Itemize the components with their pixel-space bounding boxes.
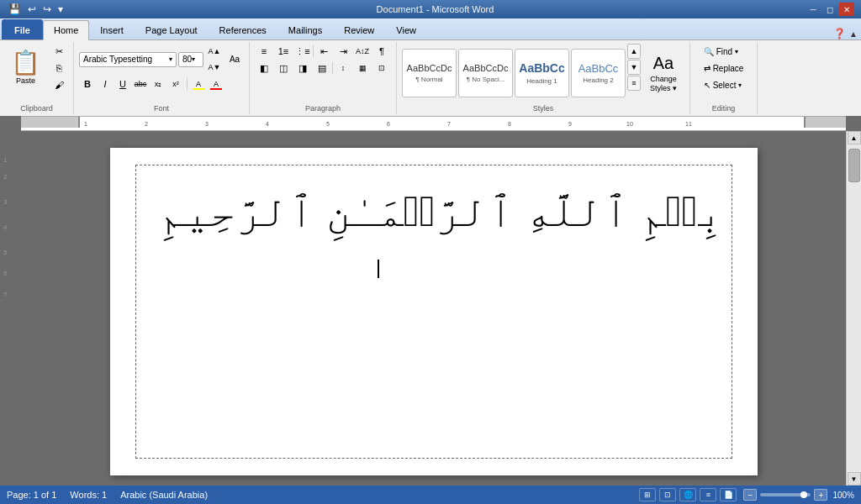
style-heading1-preview: AaBbCc bbox=[519, 61, 564, 76]
words-status: Words: 1 bbox=[70, 490, 107, 500]
font-size-arrow: ▾ bbox=[192, 55, 195, 63]
style-heading2-preview: AaBbCc bbox=[578, 62, 619, 76]
zoom-in-button[interactable]: + bbox=[814, 489, 827, 501]
ruler-right bbox=[846, 116, 861, 131]
font-dropdown-arrow: ▾ bbox=[169, 55, 172, 63]
underline-button[interactable]: U bbox=[114, 76, 131, 92]
select-icon: ↖ bbox=[704, 81, 710, 90]
close-button[interactable]: ✕ bbox=[839, 3, 854, 16]
ribbon-minimize-icon[interactable]: ▲ bbox=[849, 29, 858, 39]
clear-format-button[interactable]: Aa bbox=[225, 52, 244, 67]
zoom-out-button[interactable]: − bbox=[743, 489, 757, 501]
editing-label: Editing bbox=[690, 104, 757, 113]
style-no-spacing-label: ¶ No Spaci... bbox=[467, 76, 505, 83]
ruler-area: // We'll draw via CSS instead 1 2 3 4 5 … bbox=[0, 116, 861, 131]
scroll-up-button[interactable]: ▲ bbox=[848, 131, 861, 144]
save-icon[interactable]: 💾 bbox=[7, 3, 23, 15]
bullet-list-button[interactable]: ≡ bbox=[255, 44, 273, 59]
tab-references[interactable]: References bbox=[209, 19, 277, 39]
decrease-font-button[interactable]: A▼ bbox=[205, 60, 224, 75]
restore-button[interactable]: ◻ bbox=[822, 3, 837, 16]
vertical-scrollbar[interactable]: ▲ ▼ bbox=[846, 131, 861, 486]
strikethrough-button[interactable]: abc bbox=[132, 76, 149, 92]
arabic-text-content[interactable]: بِسۡمِ ٱللَّهِ ٱلرَّحۡمَـٰنِ ٱلرَّحِيمِ bbox=[144, 181, 724, 243]
paste-button[interactable]: 📋 Paste bbox=[5, 44, 46, 92]
styles-scroll-down[interactable]: ▼ bbox=[627, 60, 641, 75]
decrease-indent-button[interactable]: ⇤ bbox=[314, 44, 333, 59]
tab-view[interactable]: View bbox=[385, 19, 427, 39]
document-scroll[interactable]: بِسۡمِ ٱللَّهِ ٱلرَّحۡمَـٰنِ ٱلرَّحِيمِ bbox=[21, 131, 846, 486]
line-spacing-button[interactable]: ↕ bbox=[334, 60, 352, 76]
align-center-button[interactable]: ◫ bbox=[274, 60, 293, 76]
view-controls: ⊞ ⊡ 🌐 ≡ 📄 bbox=[639, 488, 737, 501]
ruler: // We'll draw via CSS instead 1 2 3 4 5 … bbox=[21, 116, 846, 131]
font-name-dropdown[interactable]: Arabic Typesetting ▾ bbox=[79, 52, 177, 67]
web-layout-button[interactable]: 🌐 bbox=[679, 488, 696, 501]
replace-label: Replace bbox=[713, 64, 744, 73]
find-icon: 🔍 bbox=[704, 47, 714, 56]
scroll-track[interactable] bbox=[848, 144, 861, 472]
shading-button[interactable]: ▦ bbox=[353, 60, 372, 76]
cut-button[interactable]: ✂ bbox=[50, 44, 68, 59]
italic-button[interactable]: I bbox=[97, 76, 114, 92]
print-layout-button[interactable]: ⊞ bbox=[639, 488, 656, 501]
border-button[interactable]: ⊡ bbox=[372, 60, 391, 76]
document-page[interactable]: بِسۡمِ ٱللَّهِ ٱلرَّحۡمَـٰنِ ٱلرَّحِيمِ bbox=[110, 148, 758, 475]
redo-icon[interactable]: ↪ bbox=[41, 3, 53, 15]
increase-indent-button[interactable]: ⇥ bbox=[334, 44, 352, 59]
editing-group: 🔍 Find ▾ ⇄ Replace ↖ Select ▾ Editing bbox=[690, 42, 758, 114]
styles-scroll-up[interactable]: ▲ bbox=[627, 44, 641, 59]
sort-button[interactable]: A↕Z bbox=[353, 44, 372, 59]
divider bbox=[332, 62, 333, 74]
increase-font-button[interactable]: A▲ bbox=[205, 44, 224, 59]
zoom-slider[interactable] bbox=[760, 493, 811, 496]
tab-mailings[interactable]: Mailings bbox=[277, 19, 333, 39]
select-button[interactable]: ↖ Select ▾ bbox=[698, 77, 748, 92]
customize-icon[interactable]: ▾ bbox=[56, 3, 65, 15]
draft-button[interactable]: 📄 bbox=[720, 488, 737, 501]
subscript-button[interactable]: x₂ bbox=[150, 76, 166, 92]
style-heading2[interactable]: AaBbCc Heading 2 bbox=[571, 49, 626, 97]
full-screen-button[interactable]: ⊡ bbox=[659, 488, 676, 501]
divider bbox=[313, 45, 314, 57]
font-color-button[interactable]: A bbox=[208, 76, 224, 92]
style-no-spacing[interactable]: AaBbCcDc ¶ No Spaci... bbox=[458, 49, 513, 97]
cursor-position[interactable] bbox=[144, 260, 724, 278]
scroll-down-button[interactable]: ▼ bbox=[848, 472, 861, 486]
paragraph-label: Paragraph bbox=[250, 104, 396, 113]
align-left-button[interactable]: ◧ bbox=[255, 60, 273, 76]
font-group: Arabic Typesetting ▾ 80 ▾ A▲ A▼ Aa B bbox=[74, 42, 250, 114]
justify-button[interactable]: ▤ bbox=[313, 60, 331, 76]
multilevel-list-button[interactable]: ⋮≡ bbox=[293, 44, 312, 59]
zoom-slider-thumb[interactable] bbox=[800, 491, 807, 498]
zoom-level: 100% bbox=[832, 491, 854, 500]
paragraph-group: ≡ 1≡ ⋮≡ ⇤ ⇥ A↕Z ¶ ◧ ◫ ◨ ▤ ↕ ▦ ⊡ Paragrap… bbox=[250, 42, 397, 114]
align-right-button[interactable]: ◨ bbox=[293, 60, 312, 76]
numbered-list-button[interactable]: 1≡ bbox=[274, 44, 293, 59]
styles-more[interactable]: ≡ bbox=[627, 76, 641, 91]
font-size-dropdown[interactable]: 80 ▾ bbox=[178, 52, 203, 67]
bold-button[interactable]: B bbox=[79, 76, 96, 92]
replace-button[interactable]: ⇄ Replace bbox=[698, 60, 750, 76]
copy-button[interactable]: ⎘ bbox=[50, 60, 68, 76]
show-marks-button[interactable]: ¶ bbox=[372, 44, 391, 59]
find-button[interactable]: 🔍 Find ▾ bbox=[698, 44, 744, 59]
change-styles-button[interactable]: Aa ChangeStyles ▾ bbox=[642, 49, 684, 97]
paste-icon: 📋 bbox=[11, 51, 40, 75]
tab-file[interactable]: File bbox=[2, 19, 43, 39]
scroll-thumb[interactable] bbox=[848, 149, 860, 182]
undo-icon[interactable]: ↩ bbox=[26, 3, 38, 15]
tab-page-layout[interactable]: Page Layout bbox=[135, 19, 209, 39]
minimize-button[interactable]: ─ bbox=[806, 3, 821, 16]
tab-home[interactable]: Home bbox=[43, 20, 89, 40]
style-heading1[interactable]: AaBbCc Heading 1 bbox=[515, 49, 569, 97]
ribbon-help-icon[interactable]: ❓ bbox=[833, 28, 846, 39]
format-painter-button[interactable]: 🖌 bbox=[50, 77, 68, 92]
style-normal[interactable]: AaBbCcDc ¶ Normal bbox=[402, 49, 457, 97]
language-status: Arabic (Saudi Arabia) bbox=[120, 490, 208, 500]
text-highlight-button[interactable]: A bbox=[190, 76, 207, 92]
tab-insert[interactable]: Insert bbox=[89, 19, 135, 39]
superscript-button[interactable]: x² bbox=[167, 76, 184, 92]
outline-button[interactable]: ≡ bbox=[700, 488, 716, 501]
tab-review[interactable]: Review bbox=[333, 19, 385, 39]
